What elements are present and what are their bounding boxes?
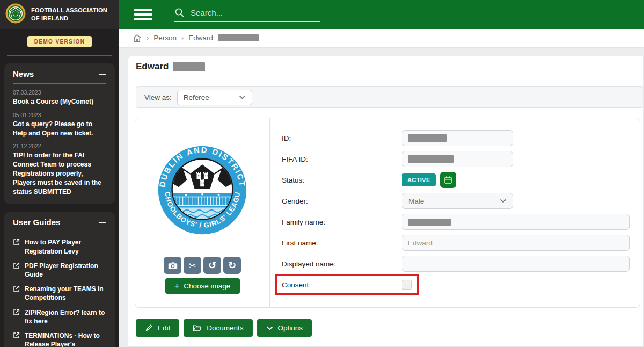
first-name-value: Edward xyxy=(408,239,433,247)
documents-label: Documents xyxy=(207,324,243,332)
fields-pane: ID: FIFA ID: Status: ACTIVE Gender: xyxy=(270,118,640,307)
consent-label: Consent: xyxy=(282,281,402,289)
chevron-down-icon xyxy=(266,326,273,330)
field-row-id: ID: xyxy=(282,130,640,146)
choose-image-button[interactable]: + Choose image xyxy=(165,278,240,294)
image-toolbar: ✂ ↺ ↻ xyxy=(164,257,241,274)
camera-icon xyxy=(168,262,178,270)
gender-select[interactable]: Male xyxy=(402,193,513,209)
displayed-name-label: Displayed name: xyxy=(282,260,402,268)
news-item: 07.03.2023 Book a Course (MyComet) xyxy=(13,89,106,106)
guide-link[interactable]: TERMINATIONs - How to Release Player's xyxy=(13,331,106,347)
documents-button[interactable]: Documents xyxy=(184,319,252,337)
pencil-icon xyxy=(145,324,153,332)
family-name-field xyxy=(402,214,630,230)
rotate-left-icon: ↺ xyxy=(208,259,216,271)
view-as-bar: View as: Referee xyxy=(136,86,643,108)
guide-label: How to PAY Player Registration Levy xyxy=(25,238,106,255)
guide-link[interactable]: PDF Player Registration Guide xyxy=(13,262,106,279)
guide-link[interactable]: Renaming your TEAMS in Competitions xyxy=(13,285,106,302)
first-name-label: First name: xyxy=(282,239,402,247)
chevron-down-icon xyxy=(239,95,246,99)
id-field xyxy=(402,130,513,146)
edit-label: Edit xyxy=(158,324,170,332)
options-button[interactable]: Options xyxy=(257,319,312,337)
external-link-icon xyxy=(13,262,20,269)
scissors-icon: ✂ xyxy=(189,261,196,271)
status-history-button[interactable] xyxy=(440,172,456,188)
field-row-fifa-id: FIFA ID: xyxy=(282,151,640,167)
news-link[interactable]: Got a query? Please go to Help and Open … xyxy=(13,120,106,138)
news-panel: News 07.03.2023 Book a Course (MyComet) … xyxy=(4,63,115,204)
view-as-select[interactable]: Referee xyxy=(177,90,252,105)
news-divider xyxy=(13,83,106,84)
page-title-text: Edward xyxy=(136,61,169,72)
org-name: FOOTBALL ASSOCIATION OF IRELAND xyxy=(31,6,112,23)
rotate-right-button[interactable]: ↻ xyxy=(223,257,241,274)
title-divider xyxy=(136,79,643,79)
fifa-id-label: FIFA ID: xyxy=(282,155,402,163)
redacted-family-name-value xyxy=(408,219,451,226)
camera-button[interactable] xyxy=(164,257,181,274)
news-link[interactable]: Book a Course (MyComet) xyxy=(13,97,106,106)
field-row-displayed-name: Displayed name: xyxy=(282,256,640,272)
search-icon xyxy=(174,8,185,18)
fifa-id-field xyxy=(402,151,513,167)
user-guides-divider xyxy=(13,232,106,232)
news-date: 07.03.2023 xyxy=(13,89,106,96)
breadcrumb: › Person › Edward xyxy=(119,29,644,47)
displayed-name-field xyxy=(402,256,630,272)
guide-label: TERMINATIONs - How to Release Player's xyxy=(25,331,106,347)
plus-icon: + xyxy=(174,282,179,291)
news-link[interactable]: TIP! In order for the FAI Connect Team t… xyxy=(13,151,106,196)
user-guides-panel: User Guides How to PAY Player Registrati… xyxy=(4,212,115,347)
view-as-label: View as: xyxy=(144,93,172,102)
action-buttons: Edit Documents Options xyxy=(136,319,312,337)
chevron-down-icon xyxy=(500,199,507,203)
news-date: 05.01.2023 xyxy=(13,112,106,118)
rotate-right-icon: ↻ xyxy=(228,259,236,271)
bottom-divider xyxy=(136,345,643,345)
view-as-value: Referee xyxy=(184,93,209,102)
page-title: Edward xyxy=(136,61,205,72)
search-input[interactable] xyxy=(191,8,311,17)
sidebar: FOOTBALL ASSOCIATION OF IRELAND DEMO VER… xyxy=(0,0,119,347)
gender-label: Gender: xyxy=(282,197,402,205)
edit-button[interactable]: Edit xyxy=(136,319,179,337)
collapse-icon[interactable] xyxy=(99,222,106,223)
consent-checkbox[interactable] xyxy=(402,280,412,290)
field-row-first-name: First name: Edward xyxy=(282,235,640,251)
breadcrumb-person[interactable]: Person xyxy=(153,34,177,42)
calendar-icon xyxy=(444,176,452,184)
club-badge-image: DUBLIN AND DISTRICT SCHOOLBOYS' / GIRLS'… xyxy=(156,144,248,236)
user-guides-title: User Guides xyxy=(13,218,60,227)
sidebar-header: FOOTBALL ASSOCIATION OF IRELAND xyxy=(0,0,119,29)
external-link-icon xyxy=(13,238,20,245)
fai-logo-icon xyxy=(5,3,26,26)
choose-image-label: Choose image xyxy=(184,282,230,290)
status-badge: ACTIVE xyxy=(402,174,436,186)
field-row-family-name: Family name: xyxy=(282,214,640,230)
person-page-card: Edward View as: Referee xyxy=(128,56,644,347)
folder-open-icon xyxy=(193,324,202,332)
collapse-icon[interactable] xyxy=(99,74,106,75)
guide-link[interactable]: ZIP/Region Error? learn to fix here xyxy=(13,308,106,326)
menu-toggle-icon[interactable] xyxy=(134,6,152,23)
home-icon[interactable] xyxy=(133,34,142,42)
photo-pane: DUBLIN AND DISTRICT SCHOOLBOYS' / GIRLS'… xyxy=(135,118,270,307)
options-label: Options xyxy=(278,324,303,332)
guide-link[interactable]: How to PAY Player Registration Levy xyxy=(13,238,106,255)
news-item: 21.12.2022 TIP! In order for the FAI Con… xyxy=(13,143,106,196)
field-row-gender: Gender: Male xyxy=(282,193,640,209)
rotate-left-button[interactable]: ↺ xyxy=(203,257,221,274)
sidebar-divider xyxy=(7,55,112,56)
id-label: ID: xyxy=(282,134,402,142)
breadcrumb-current: Edward xyxy=(188,34,213,42)
gender-value: Male xyxy=(408,197,424,205)
external-link-icon xyxy=(13,285,20,292)
search-bar xyxy=(174,8,320,22)
guide-label: Renaming your TEAMS in Competitions xyxy=(25,285,106,302)
crop-button[interactable]: ✂ xyxy=(184,257,201,274)
status-label: Status: xyxy=(282,176,402,184)
field-row-status: Status: ACTIVE xyxy=(282,172,640,188)
